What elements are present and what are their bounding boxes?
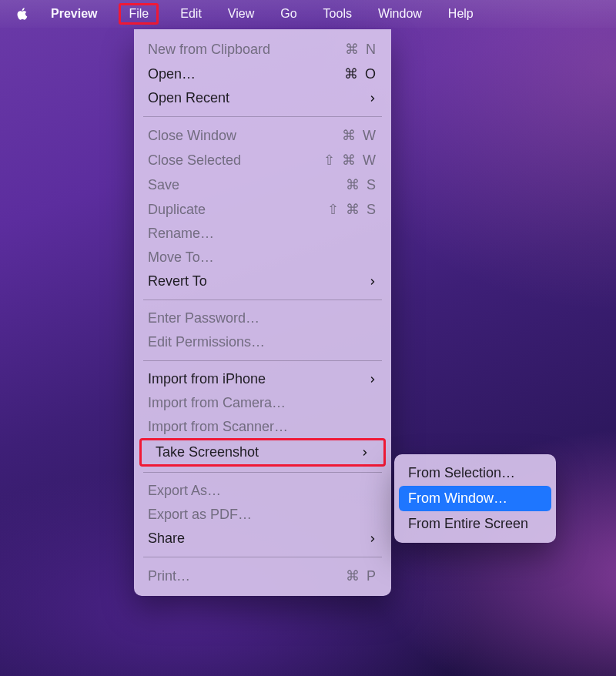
chevron-right-icon xyxy=(360,448,370,457)
menu-item-export-as-pdf: Export as PDF… xyxy=(134,503,391,527)
menu-tools[interactable]: Tools xyxy=(319,5,357,23)
menu-item-label: Revert To xyxy=(148,273,207,289)
menu-separator xyxy=(143,472,382,473)
chevron-right-icon xyxy=(368,277,377,286)
menu-item-open-recent[interactable]: Open Recent xyxy=(134,86,391,110)
submenu-item-from-selection[interactable]: From Selection… xyxy=(399,460,551,486)
chevron-right-icon xyxy=(368,375,377,384)
menu-help[interactable]: Help xyxy=(444,5,478,23)
menu-item-open[interactable]: Open…⌘ O xyxy=(134,62,391,86)
menu-item-shortcut: ⌘ N xyxy=(345,41,377,58)
menu-item-label: Close Selected xyxy=(148,152,241,169)
menu-item-enter-password: Enter Password… xyxy=(134,306,391,330)
menu-item-label: Import from Scanner… xyxy=(148,419,288,435)
menu-item-import-from-scanner: Import from Scanner… xyxy=(134,415,391,439)
take-screenshot-submenu: From Selection…From Window…From Entire S… xyxy=(394,454,556,543)
menu-go[interactable]: Go xyxy=(276,5,301,23)
menu-item-label: Enter Password… xyxy=(148,310,259,326)
file-dropdown: New from Clipboard⌘ NOpen…⌘ OOpen Recent… xyxy=(134,29,391,596)
menu-item-label: Rename… xyxy=(148,226,214,242)
menu-item-shortcut: ⇧ ⌘ W xyxy=(323,152,377,169)
menu-item-label: Edit Permissions… xyxy=(148,334,265,350)
menu-item-shortcut: ⌘ S xyxy=(346,176,377,193)
menu-item-label: Import from Camera… xyxy=(148,395,286,411)
menu-item-export-as: Export As… xyxy=(134,479,391,503)
menu-item-print: Print…⌘ P xyxy=(134,564,391,588)
menu-item-label: Save xyxy=(148,177,179,193)
menu-item-label: Take Screenshot xyxy=(156,444,259,460)
menu-item-new-from-clipboard: New from Clipboard⌘ N xyxy=(134,37,391,62)
menu-item-import-from-camera: Import from Camera… xyxy=(134,391,391,415)
menu-item-label: Move To… xyxy=(148,249,214,266)
menu-item-save: Save⌘ S xyxy=(134,172,391,197)
menu-item-take-screenshot[interactable]: Take Screenshot xyxy=(142,440,383,464)
menu-item-label: Duplicate xyxy=(148,202,206,218)
menu-separator xyxy=(143,116,382,117)
menu-item-shortcut: ⇧ ⌘ S xyxy=(327,201,377,218)
menu-item-share[interactable]: Share xyxy=(134,527,391,551)
submenu-item-from-entire-screen[interactable]: From Entire Screen xyxy=(399,511,551,537)
chevron-right-icon xyxy=(368,94,377,103)
menu-separator xyxy=(143,557,382,557)
menu-item-label: Export as PDF… xyxy=(148,507,252,523)
menu-item-shortcut: ⌘ W xyxy=(342,127,377,144)
menu-item-label: Open… xyxy=(148,66,196,82)
menu-item-move-to: Move To… xyxy=(134,246,391,269)
menu-item-duplicate: Duplicate⇧ ⌘ S xyxy=(134,197,391,222)
app-name[interactable]: Preview xyxy=(46,5,102,23)
menu-item-close-window: Close Window⌘ W xyxy=(134,123,391,148)
menu-item-label: Open Recent xyxy=(148,90,229,106)
menu-item-label: Export As… xyxy=(148,483,221,499)
menubar: Preview File Edit View Go Tools Window H… xyxy=(0,0,616,28)
menu-item-edit-permissions: Edit Permissions… xyxy=(134,330,391,354)
menu-window[interactable]: Window xyxy=(373,5,427,23)
chevron-right-icon xyxy=(368,534,377,544)
submenu-item-from-window[interactable]: From Window… xyxy=(399,486,551,511)
menu-item-rename: Rename… xyxy=(134,222,391,246)
menu-item-label: Print… xyxy=(148,568,190,584)
menu-item-shortcut: ⌘ O xyxy=(344,65,377,82)
menu-item-shortcut: ⌘ P xyxy=(346,567,377,584)
menu-view[interactable]: View xyxy=(223,5,259,23)
menu-item-revert-to[interactable]: Revert To xyxy=(134,269,391,293)
menu-item-close-selected: Close Selected⇧ ⌘ W xyxy=(134,148,391,172)
menu-item-label: Close Window xyxy=(148,128,236,144)
menu-item-label: Import from iPhone xyxy=(148,371,266,387)
menu-file[interactable]: File xyxy=(119,3,159,25)
highlight-box: Take Screenshot xyxy=(139,438,386,467)
menu-separator xyxy=(143,300,382,300)
menu-item-label: Share xyxy=(148,530,185,547)
apple-logo-icon[interactable] xyxy=(15,7,29,21)
menu-edit[interactable]: Edit xyxy=(176,5,206,23)
menu-separator xyxy=(143,360,382,361)
menu-item-import-from-iphone[interactable]: Import from iPhone xyxy=(134,367,391,391)
menu-item-label: New from Clipboard xyxy=(148,42,270,58)
